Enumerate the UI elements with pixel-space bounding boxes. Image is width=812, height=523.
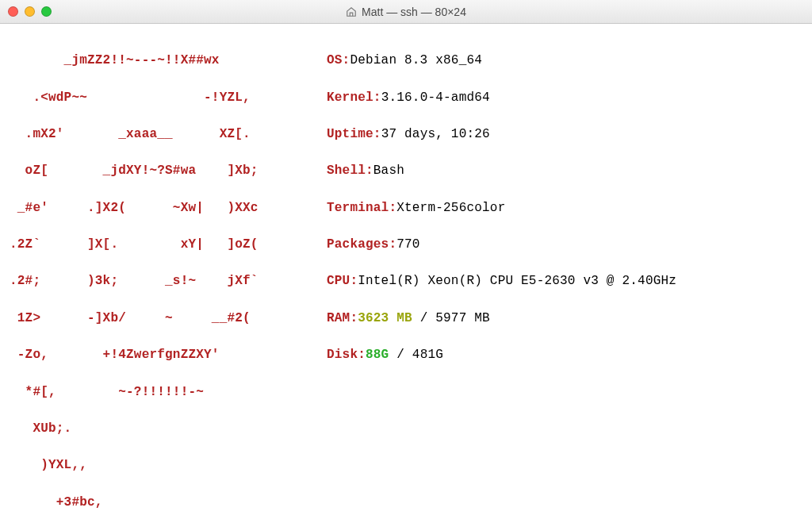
ascii-art-line: 1Z> -]Xb/ ~ __#2( bbox=[10, 310, 327, 328]
ascii-art-line: oZ[ _jdXY!~?S#wa ]Xb; bbox=[10, 162, 327, 180]
ram-total: 5977 MB bbox=[435, 310, 490, 328]
window-title: Matt — ssh — 80×24 bbox=[362, 6, 466, 18]
ascii-art-line: *#[, ~-?!!!!!!-~ bbox=[10, 383, 327, 402]
ascii-art-line: .2#; )3k; _s!~ jXf` bbox=[10, 272, 327, 290]
ascii-art-line: )YXL,, bbox=[10, 456, 327, 475]
ram-sep: / bbox=[412, 310, 435, 328]
minimize-icon[interactable] bbox=[25, 6, 35, 17]
terminal-value: Xterm-256color bbox=[396, 199, 505, 217]
ram-label: RAM: bbox=[327, 310, 358, 328]
maximize-icon[interactable] bbox=[41, 6, 52, 17]
os-value: Debian 8.3 x86_64 bbox=[350, 52, 482, 70]
cpu-label: CPU: bbox=[327, 272, 358, 290]
window-titlebar: Matt — ssh — 80×24 bbox=[0, 0, 812, 24]
packages-label: Packages: bbox=[327, 236, 396, 254]
ascii-art-line: .<wdP~~ -!YZL, bbox=[10, 89, 327, 107]
shell-value: Bash bbox=[373, 162, 404, 180]
kernel-value: 3.16.0-4-amd64 bbox=[381, 89, 490, 107]
uptime-value: 37 days, 10:26 bbox=[381, 125, 490, 144]
disk-label: Disk: bbox=[327, 346, 366, 364]
ram-used: 3623 MB bbox=[358, 310, 412, 328]
terminal-body[interactable]: _jmZZ2!!~---~!!X##wxOS: Debian 8.3 x86_6… bbox=[0, 24, 812, 523]
disk-sep: / bbox=[389, 346, 412, 364]
packages-value: 770 bbox=[396, 236, 419, 254]
os-label: OS: bbox=[327, 52, 350, 70]
uptime-label: Uptime: bbox=[327, 125, 381, 144]
kernel-label: Kernel: bbox=[327, 89, 381, 107]
ascii-art-line: _jmZZ2!!~---~!!X##wx bbox=[10, 52, 327, 70]
disk-total: 481G bbox=[412, 346, 443, 364]
ascii-art-line: -Zo, +!4ZwerfgnZZXY' bbox=[10, 346, 327, 364]
close-icon[interactable] bbox=[8, 6, 18, 17]
ascii-art-line: .mX2' _xaaa__ XZ[. bbox=[10, 125, 327, 144]
cpu-value: Intel(R) Xeon(R) CPU E5-2630 v3 @ 2.40GH… bbox=[358, 272, 676, 290]
traffic-lights bbox=[8, 6, 52, 17]
ascii-art-line: +3#bc, bbox=[10, 494, 327, 512]
terminal-label: Terminal: bbox=[327, 199, 396, 217]
disk-used: 88G bbox=[366, 346, 389, 364]
shell-label: Shell: bbox=[327, 162, 373, 180]
ascii-art-line: XUb;. bbox=[10, 420, 327, 438]
ascii-art-line: .2Z` ]X[. xY| ]oZ( bbox=[10, 236, 327, 254]
home-icon bbox=[346, 6, 357, 17]
ascii-art-line: _#e' .]X2( ~Xw| )XXc bbox=[10, 199, 327, 217]
